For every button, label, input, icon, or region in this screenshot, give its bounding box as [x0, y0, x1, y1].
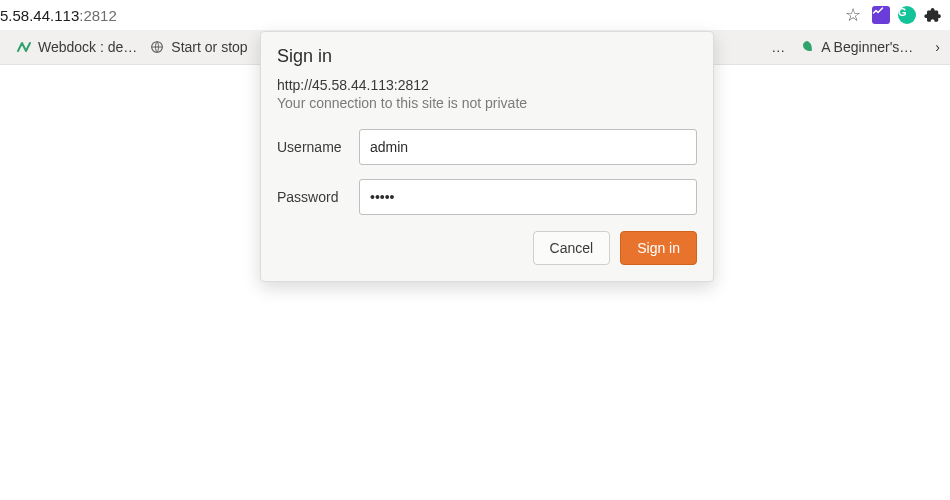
bookmark-label: Webdock : de…: [38, 39, 137, 55]
signin-button[interactable]: Sign in: [620, 231, 697, 265]
leaf-favicon-icon: [799, 39, 815, 55]
extension-grammarly-icon[interactable]: G: [896, 5, 918, 25]
bookmarks-right-group: … A Beginner's… ›: [771, 39, 940, 55]
globe-favicon-icon: [149, 39, 165, 55]
bookmark-star-icon[interactable]: ☆: [840, 4, 866, 26]
bookmark-start-stop[interactable]: Start or stop: [143, 30, 253, 64]
bookmarks-overflow-icon[interactable]: ›: [927, 39, 940, 55]
address-bar-row: 5.58.44.113:2812 ☆ G: [0, 0, 950, 30]
truncation-ellipsis: …: [771, 39, 785, 55]
webdock-favicon-icon: [16, 39, 32, 55]
dialog-warning: Your connection to this site is not priv…: [277, 95, 697, 111]
cancel-button[interactable]: Cancel: [533, 231, 611, 265]
omnibox-port: :2812: [79, 7, 117, 24]
extension-loom-icon[interactable]: [870, 5, 892, 25]
bookmark-webdock[interactable]: Webdock : de…: [10, 30, 143, 64]
omnibox[interactable]: 5.58.44.113:2812: [0, 0, 840, 30]
http-auth-dialog: Sign in http://45.58.44.113:2812 Your co…: [260, 31, 714, 282]
password-input[interactable]: [359, 179, 697, 215]
username-label: Username: [277, 139, 359, 155]
bookmark-label: A Beginner's…: [821, 39, 913, 55]
omnibox-host: 5.58.44.113: [0, 7, 79, 24]
bookmark-beginners[interactable]: A Beginner's…: [793, 39, 919, 55]
password-row: Password: [277, 179, 697, 215]
extension-loom-glyph: [872, 6, 890, 24]
password-label: Password: [277, 189, 359, 205]
page-content: Sign in http://45.58.44.113:2812 Your co…: [0, 65, 950, 500]
extensions-puzzle-icon[interactable]: [922, 5, 944, 25]
bookmark-label: Start or stop: [171, 39, 247, 55]
username-row: Username: [277, 129, 697, 165]
dialog-url: http://45.58.44.113:2812: [277, 77, 697, 93]
username-input[interactable]: [359, 129, 697, 165]
dialog-title: Sign in: [277, 46, 697, 67]
dialog-button-row: Cancel Sign in: [277, 231, 697, 265]
extension-grammarly-glyph: G: [898, 6, 916, 24]
